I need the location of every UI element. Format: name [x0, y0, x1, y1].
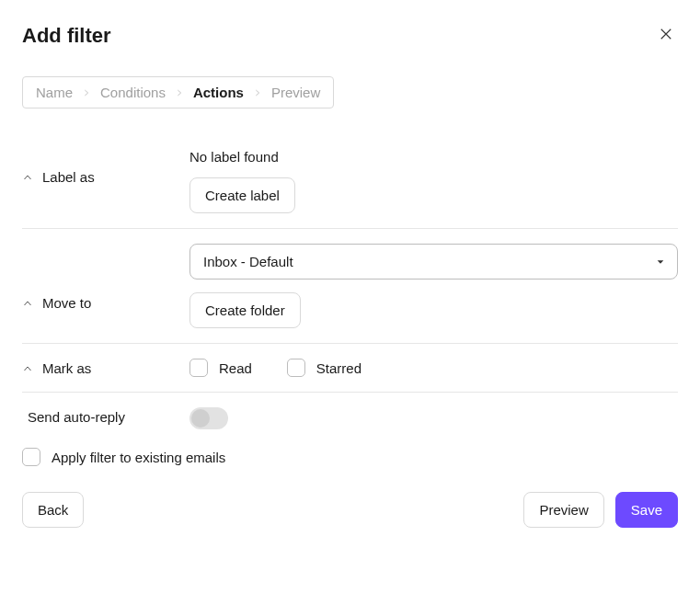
section-body-auto-reply: [169, 407, 678, 429]
close-button[interactable]: [654, 22, 678, 49]
dialog-header: Add filter: [22, 22, 678, 49]
dialog-title: Add filter: [22, 24, 111, 48]
section-move-to: Move to Inbox - Default Create folder: [22, 244, 678, 344]
chevron-right-icon: [82, 88, 91, 97]
folder-select[interactable]: Inbox - Default: [189, 244, 678, 279]
breadcrumb-actions: Actions: [193, 85, 244, 100]
section-mark-as: Mark as Read Starred: [22, 359, 678, 393]
section-label-as: Label as No label found Create label: [22, 149, 678, 229]
chevron-up-icon: [22, 298, 33, 309]
starred-label: Starred: [316, 360, 361, 376]
close-icon: [658, 26, 674, 45]
read-checkbox-group[interactable]: Read: [189, 359, 252, 377]
breadcrumb-conditions[interactable]: Conditions: [100, 85, 166, 100]
mark-as-options: Read Starred: [189, 359, 678, 377]
section-toggle-label-as[interactable]: Label as: [22, 149, 169, 185]
section-title-move-to: Move to: [42, 295, 91, 311]
starred-checkbox-group[interactable]: Starred: [287, 359, 361, 377]
chevron-up-icon: [22, 172, 33, 183]
no-label-text: No label found: [189, 149, 678, 165]
section-title-mark-as: Mark as: [42, 360, 91, 376]
chevron-up-icon: [22, 363, 33, 374]
section-toggle-move-to[interactable]: Move to: [22, 244, 169, 311]
apply-existing-label: Apply filter to existing emails: [52, 450, 225, 465]
toggle-knob: [191, 409, 210, 428]
read-checkbox[interactable]: [189, 359, 208, 377]
save-button[interactable]: Save: [615, 492, 678, 528]
chevron-right-icon: [175, 88, 184, 97]
breadcrumb-name[interactable]: Name: [36, 85, 73, 100]
footer-right: Preview Save: [523, 492, 678, 528]
preview-button[interactable]: Preview: [523, 492, 603, 528]
auto-reply-label: Send auto-reply: [28, 409, 125, 425]
section-auto-reply: Send auto-reply: [22, 407, 678, 439]
breadcrumb: Name Conditions Actions Preview: [22, 76, 334, 108]
folder-select-wrap: Inbox - Default: [189, 244, 678, 279]
section-body-move-to: Inbox - Default Create folder: [169, 244, 678, 328]
auto-reply-toggle[interactable]: [189, 407, 228, 429]
starred-checkbox[interactable]: [287, 359, 305, 377]
create-folder-button[interactable]: Create folder: [189, 292, 301, 328]
section-body-label-as: No label found Create label: [169, 149, 678, 213]
section-toggle-mark-as[interactable]: Mark as: [22, 359, 169, 376]
create-label-button[interactable]: Create label: [189, 177, 295, 213]
apply-existing-checkbox-group[interactable]: Apply filter to existing emails: [22, 448, 678, 466]
dialog-footer: Back Preview Save: [22, 492, 678, 528]
read-label: Read: [219, 360, 252, 376]
chevron-right-icon: [253, 88, 262, 97]
auto-reply-label-wrap: Send auto-reply: [22, 407, 169, 426]
breadcrumb-preview[interactable]: Preview: [271, 85, 320, 100]
apply-existing-checkbox[interactable]: [22, 448, 40, 466]
section-body-mark-as: Read Starred: [169, 359, 678, 377]
section-title-label-as: Label as: [42, 169, 95, 185]
back-button[interactable]: Back: [22, 492, 84, 528]
